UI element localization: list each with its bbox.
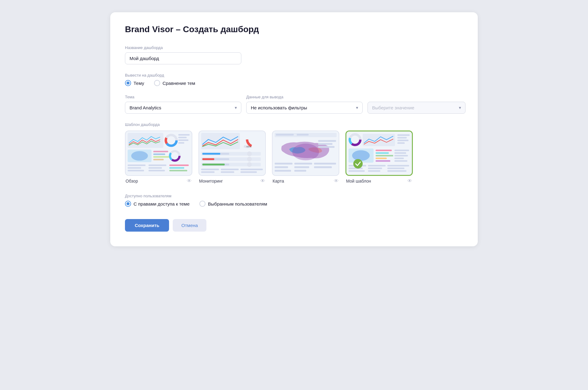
- svg-rect-81: [394, 150, 409, 151]
- access-label: Доступно пользователям: [125, 194, 463, 198]
- template-karta[interactable]: Карта 👁: [272, 131, 339, 184]
- svg-rect-25: [169, 167, 184, 169]
- svg-rect-61: [314, 166, 332, 168]
- data-dropdown-wrapper: Не использовать фильтры ▼: [246, 102, 363, 114]
- svg-rect-21: [149, 165, 166, 166]
- radio-sravnenie-label: Сравнение тем: [163, 81, 195, 86]
- access-section: Доступно пользователям С правами доступа…: [125, 194, 463, 207]
- template-my-label-row: Мой шаблон 👁: [345, 178, 413, 184]
- radio-sravnenie-circle: [154, 80, 160, 86]
- data-select[interactable]: Не использовать фильтры: [246, 102, 363, 114]
- svg-rect-12: [153, 153, 165, 155]
- data-group: Данные для вывода Не использовать фильтр…: [246, 95, 363, 114]
- svg-point-95: [353, 159, 363, 168]
- svg-rect-47: [240, 171, 257, 173]
- svg-rect-85: [394, 160, 407, 162]
- svg-rect-72: [397, 142, 405, 144]
- dropdowns-row: Тема Brand Analytics ▼ Данные для вывода…: [125, 95, 463, 114]
- svg-point-10: [131, 151, 148, 161]
- svg-rect-62: [275, 170, 291, 172]
- template-my[interactable]: Мой шаблон 👁: [345, 131, 413, 184]
- tema-label: Тема: [125, 95, 241, 99]
- page-title: Brand Visor – Создать дашборд: [125, 25, 463, 34]
- buttons-row: Сохранить Отмена: [125, 219, 463, 232]
- svg-rect-93: [368, 170, 380, 172]
- template-karta-eye-icon[interactable]: 👁: [334, 178, 339, 184]
- svg-rect-77: [375, 152, 389, 154]
- svg-rect-11: [153, 151, 168, 152]
- template-obzor-eye-icon[interactable]: 👁: [187, 178, 192, 184]
- tema-group: Тема Brand Analytics ▼: [125, 95, 241, 114]
- svg-rect-55: [318, 146, 335, 148]
- template-monitoring[interactable]: 65%: [198, 131, 266, 184]
- template-obzor-name: Обзор: [126, 179, 138, 184]
- template-karta-name: Карта: [273, 179, 284, 184]
- template-monitoring-label-row: Мониторинг 👁: [198, 178, 266, 184]
- templates-label: Шаблон дашборда: [125, 122, 463, 127]
- svg-rect-38: [202, 164, 225, 165]
- value-label: [368, 95, 466, 99]
- template-obzor-thumbnail: [125, 131, 192, 176]
- svg-rect-58: [314, 163, 336, 165]
- svg-rect-56: [275, 163, 292, 165]
- svg-rect-20: [128, 170, 144, 171]
- svg-rect-13: [153, 156, 170, 158]
- svg-rect-71: [397, 140, 408, 141]
- svg-rect-7: [178, 139, 188, 141]
- template-obzor[interactable]: Обзор 👁: [125, 131, 192, 184]
- template-monitoring-eye-icon[interactable]: 👁: [260, 178, 265, 184]
- svg-rect-45: [201, 171, 215, 173]
- svg-point-41: [247, 162, 252, 167]
- svg-rect-5: [178, 134, 190, 136]
- svg-rect-91: [387, 168, 405, 169]
- radio-rights-circle: [125, 201, 131, 207]
- svg-rect-26: [169, 170, 187, 171]
- value-select[interactable]: Выберите значение: [368, 102, 466, 114]
- value-dropdown-wrapper: Выберите значение ▼: [368, 102, 466, 114]
- radio-sravnenie[interactable]: Сравнение тем: [154, 80, 195, 86]
- svg-rect-88: [387, 165, 409, 166]
- svg-rect-19: [128, 167, 141, 169]
- tema-select[interactable]: Brand Analytics: [125, 102, 241, 114]
- dashboard-name-input[interactable]: [125, 52, 241, 64]
- template-my-eye-icon[interactable]: 👁: [407, 178, 412, 184]
- templates-grid: Обзор 👁 6: [125, 131, 463, 184]
- svg-point-52: [292, 144, 319, 160]
- svg-point-74: [352, 150, 370, 161]
- save-button[interactable]: Сохранить: [125, 219, 169, 232]
- svg-rect-76: [375, 150, 392, 151]
- tema-dropdown-wrapper: Brand Analytics ▼: [125, 102, 241, 114]
- radio-tema[interactable]: Тему: [125, 80, 144, 86]
- radio-rights[interactable]: С правами доступа к теме: [125, 201, 190, 207]
- svg-rect-35: [202, 158, 214, 160]
- svg-rect-60: [294, 166, 309, 168]
- svg-rect-82: [394, 152, 406, 154]
- dashboard-name-label: Название дашборда: [125, 45, 463, 50]
- radio-selected-users-circle: [199, 201, 205, 207]
- template-karta-thumbnail: [272, 131, 339, 176]
- svg-rect-32: [202, 153, 220, 155]
- svg-rect-53: [318, 140, 336, 142]
- svg-rect-24: [169, 165, 189, 166]
- radio-tema-label: Тему: [134, 81, 144, 86]
- template-monitoring-thumbnail: 65%: [198, 131, 266, 176]
- svg-rect-59: [275, 166, 288, 168]
- radio-tema-circle: [125, 80, 131, 86]
- main-card: Brand Visor – Создать дашборд Название д…: [110, 12, 478, 246]
- access-radio-group: С правами доступа к теме Выбранным польз…: [125, 201, 463, 207]
- svg-rect-94: [387, 170, 406, 172]
- svg-rect-92: [349, 170, 365, 172]
- dashboard-name-section: Название дашборда: [125, 45, 463, 64]
- svg-rect-84: [394, 157, 404, 159]
- svg-rect-28: [201, 133, 240, 150]
- radio-selected-users[interactable]: Выбранным пользователям: [199, 201, 267, 207]
- dropdowns-section: Тема Brand Analytics ▼ Данные для вывода…: [125, 95, 463, 114]
- svg-rect-83: [394, 155, 408, 157]
- svg-rect-90: [368, 168, 382, 169]
- svg-rect-54: [318, 143, 333, 145]
- cancel-button[interactable]: Отмена: [173, 219, 206, 232]
- svg-rect-70: [397, 137, 407, 138]
- data-label: Данные для вывода: [246, 95, 363, 99]
- svg-rect-18: [128, 165, 145, 166]
- template-karta-label-row: Карта 👁: [272, 178, 339, 184]
